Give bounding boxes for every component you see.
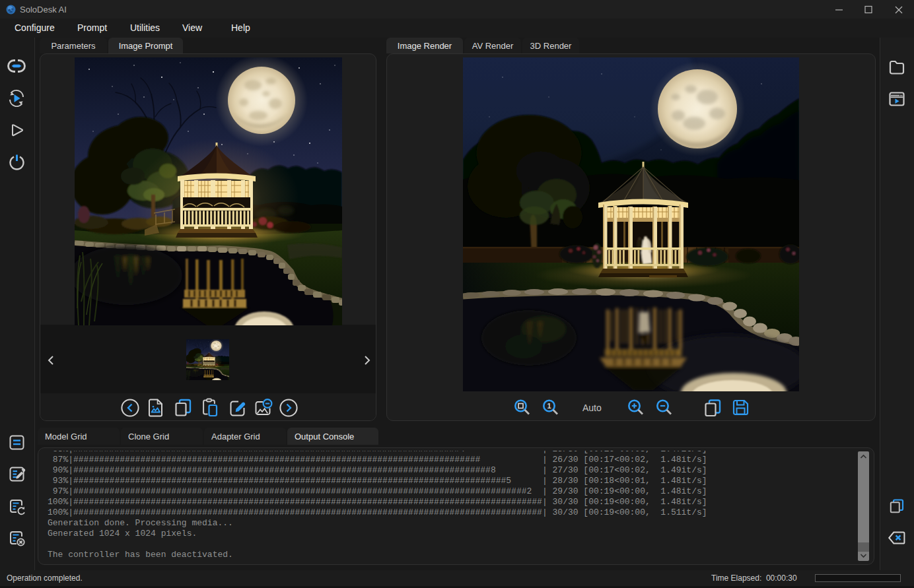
- svg-text:1: 1: [547, 402, 551, 410]
